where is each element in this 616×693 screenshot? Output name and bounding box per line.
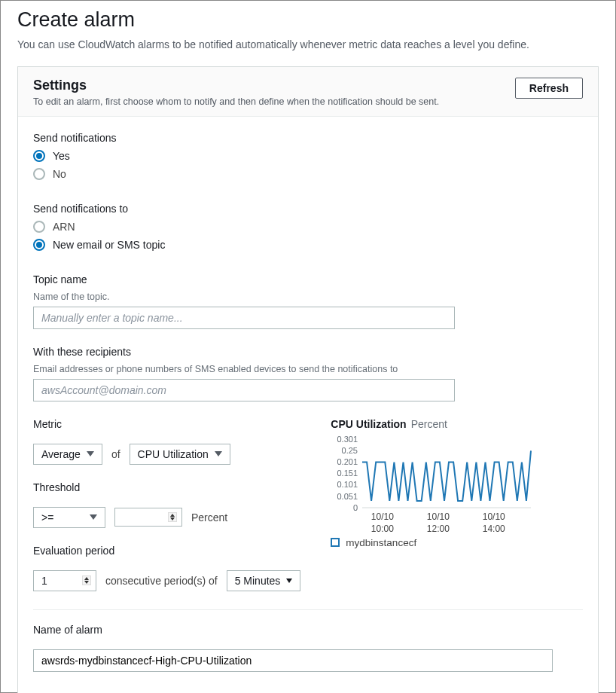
cpu-utilization-chart: 00.0510.1010.1510.2010.250.30110/1010:00… — [331, 436, 534, 527]
svg-text:0.201: 0.201 — [337, 457, 358, 466]
settings-panel-header: Settings To edit an alarm, first choose … — [18, 67, 598, 117]
metric-columns: Metric Average of CPU Utilization — [33, 418, 583, 591]
topic-name-label: Topic name — [33, 273, 583, 285]
svg-text:10/10: 10/10 — [427, 511, 450, 522]
chevron-down-icon — [87, 451, 94, 456]
settings-title-block: Settings To edit an alarm, first choose … — [33, 78, 439, 107]
svg-text:0.101: 0.101 — [337, 480, 358, 489]
settings-panel-body: Send notifications Yes No Send notificat… — [18, 117, 598, 693]
recipients-input[interactable] — [33, 379, 455, 401]
select-value: 5 Minutes — [235, 575, 281, 587]
refresh-button[interactable]: Refresh — [515, 78, 583, 99]
radio-label: No — [53, 168, 66, 180]
create-alarm-dialog: Create alarm You can use CloudWatch alar… — [0, 0, 616, 693]
settings-panel: Settings To edit an alarm, first choose … — [17, 66, 599, 693]
threshold-label: Threshold — [33, 481, 300, 493]
stepper-icon — [82, 575, 91, 585]
evaluation-periods-input[interactable]: 1 — [33, 570, 96, 591]
chart-legend: mydbinstancecf — [331, 537, 583, 548]
metric-of-label: of — [111, 448, 120, 460]
topic-name-helper: Name of the topic. — [33, 292, 583, 302]
evaluation-consecutive-label: consecutive period(s) of — [105, 575, 218, 587]
select-value: CPU Utilization — [138, 448, 209, 460]
legend-swatch-icon — [331, 538, 340, 547]
divider — [33, 609, 583, 610]
chevron-down-icon — [286, 579, 292, 583]
stepper-icon — [168, 512, 177, 522]
recipients-label: With these recipients — [33, 346, 583, 358]
chart-title-row: CPU Utilization Percent — [331, 418, 583, 430]
send-to-label: Send notifications to — [33, 203, 583, 215]
topic-name-input[interactable] — [33, 307, 455, 329]
legend-label: mydbinstancecf — [346, 537, 416, 548]
threshold-comparator-select[interactable]: >= — [33, 507, 105, 528]
alarm-name-input[interactable] — [33, 649, 553, 672]
threshold-unit-label: Percent — [191, 511, 227, 524]
chart-title: CPU Utilization — [331, 418, 406, 430]
radio-label: ARN — [53, 221, 75, 233]
chart-unit: Percent — [411, 418, 447, 430]
settings-subtitle: To edit an alarm, first choose whom to n… — [33, 96, 439, 107]
svg-text:10:00: 10:00 — [371, 524, 394, 534]
radio-icon — [33, 168, 45, 180]
metric-label: Metric — [33, 418, 300, 430]
alarm-name-label: Name of alarm — [33, 624, 583, 636]
page-title: Create alarm — [17, 8, 599, 32]
radio-icon — [33, 239, 45, 251]
evaluation-duration-select[interactable]: 5 Minutes — [227, 570, 301, 591]
svg-text:0.301: 0.301 — [337, 436, 358, 444]
radio-icon — [33, 150, 45, 162]
select-value: >= — [41, 511, 53, 524]
svg-text:14:00: 14:00 — [483, 524, 505, 534]
svg-text:0.051: 0.051 — [337, 491, 358, 500]
recipients-helper: Email addresses or phone numbers of SMS … — [33, 364, 583, 374]
chart-svg: 00.0510.1010.1510.2010.250.30110/1010:00… — [331, 436, 534, 538]
metric-form-column: Metric Average of CPU Utilization — [33, 418, 300, 591]
svg-text:0.25: 0.25 — [342, 446, 358, 455]
settings-title: Settings — [33, 78, 439, 93]
radio-label: New email or SMS topic — [53, 239, 165, 251]
send-to-new-topic[interactable]: New email or SMS topic — [33, 239, 583, 251]
send-notifications-label: Send notifications — [33, 132, 583, 144]
svg-text:0.151: 0.151 — [337, 469, 358, 478]
select-value: Average — [41, 448, 81, 460]
input-value: 1 — [41, 575, 47, 587]
svg-text:10/10: 10/10 — [483, 511, 505, 522]
metric-name-select[interactable]: CPU Utilization — [130, 444, 230, 465]
threshold-value-input[interactable] — [114, 508, 182, 527]
send-notifications-no[interactable]: No — [33, 168, 583, 180]
chevron-down-icon — [215, 451, 222, 456]
page-description: You can use CloudWatch alarms to be noti… — [17, 38, 599, 53]
metric-stat-select[interactable]: Average — [33, 444, 102, 465]
radio-label: Yes — [53, 150, 70, 162]
chevron-down-icon — [90, 514, 97, 520]
send-notifications-yes[interactable]: Yes — [33, 150, 583, 162]
svg-text:10/10: 10/10 — [371, 511, 394, 522]
chart-column: CPU Utilization Percent 00.0510.1010.151… — [331, 418, 583, 548]
radio-icon — [33, 221, 45, 233]
send-to-arn[interactable]: ARN — [33, 221, 583, 233]
svg-text:12:00: 12:00 — [427, 524, 450, 534]
evaluation-label: Evaluation period — [33, 545, 300, 557]
svg-text:0: 0 — [353, 503, 358, 512]
